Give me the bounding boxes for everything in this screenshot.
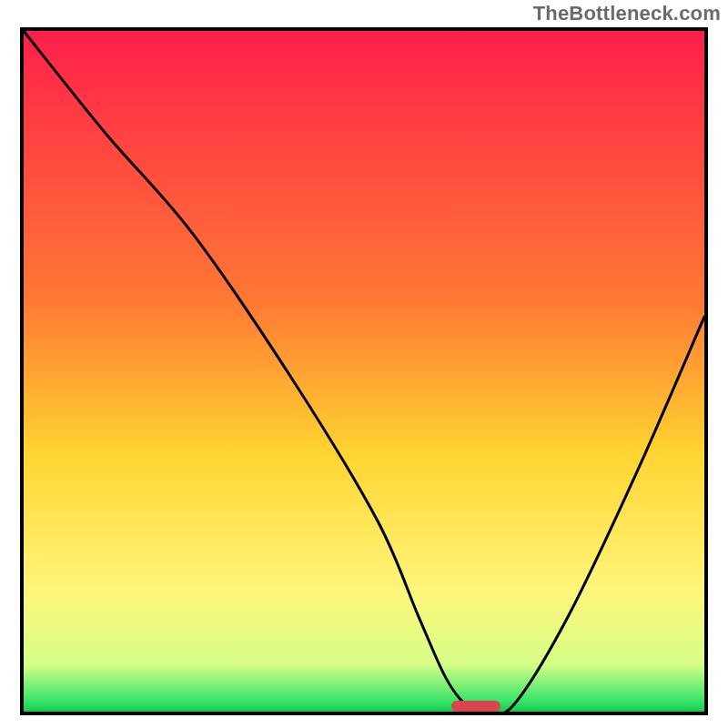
- chart-frame: TheBottleneck.com: [0, 0, 728, 728]
- plot-border: [20, 27, 708, 715]
- bottleneck-curve-svg: [24, 31, 704, 712]
- optimal-marker: [451, 701, 500, 712]
- watermark-text: TheBottleneck.com: [533, 2, 721, 25]
- plot-area: [20, 27, 708, 715]
- bottleneck-curve: [24, 31, 704, 712]
